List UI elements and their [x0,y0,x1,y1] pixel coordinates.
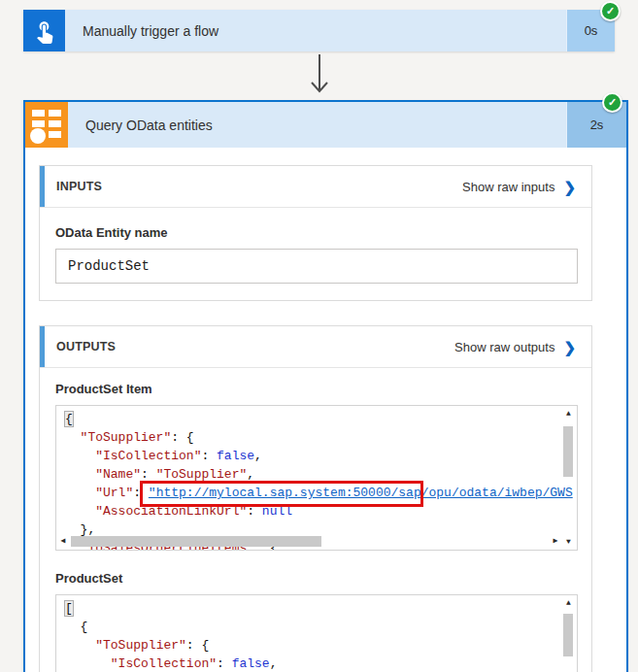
scroll-down-icon[interactable]: ▼ [561,535,576,549]
outputs-header: OUTPUTS Show raw outputs ❯ [40,326,591,368]
productset-item-label: ProductSet Item [55,382,576,396]
scroll-left-icon[interactable]: ◀ [57,534,69,548]
vertical-scrollbar[interactable]: ▲ ▼ [561,407,576,549]
scrollbar-thumb[interactable] [71,536,321,547]
success-check-icon: ✓ [602,92,622,113]
inputs-title: INPUTS [56,180,102,193]
show-raw-inputs-link[interactable]: Show raw inputs ❯ [462,180,576,194]
chevron-right-icon: ❯ [563,180,576,194]
chevron-right-icon: ❯ [563,340,576,354]
inputs-section: INPUTS Show raw inputs ❯ OData Entity na… [39,165,592,301]
outputs-section: OUTPUTS Show raw outputs ❯ ProductSet It… [39,325,592,672]
inputs-body: OData Entity name [40,208,591,300]
scroll-up-icon[interactable]: ▲ [561,596,576,610]
trigger-title: Manually trigger a flow [65,10,566,51]
code-lines: [ { "ToSupplier": { "IsCollection": fals… [56,595,577,672]
outputs-title: OUTPUTS [56,340,116,353]
odata-entity-name-label: OData Entity name [55,225,576,240]
productset-item-code-viewer[interactable]: { "ToSupplier": { "IsCollection": false,… [55,405,578,551]
vertical-scrollbar[interactable]: ▲ [561,596,576,672]
odata-connector-icon [25,102,68,148]
flow-run-canvas: Manually trigger a flow 0s ✓ Query OData… [0,0,638,672]
action-title: Query OData entities [68,102,566,148]
action-card: Query OData entities 2s ✓ INPUTS Show ra… [23,100,628,672]
odata-entity-name-field[interactable] [55,249,578,284]
horizontal-scrollbar[interactable]: ◀ ▶ [57,534,561,549]
section-accent-bar [40,166,45,207]
show-raw-outputs-link[interactable]: Show raw outputs ❯ [454,340,576,354]
scrollbar-thumb[interactable] [563,614,573,656]
outputs-body: ProductSet Item { "ToSupplier": { "IsCol… [40,368,591,672]
show-raw-inputs-label: Show raw inputs [462,180,554,194]
action-card-header[interactable]: Query OData entities 2s [25,102,626,148]
productset-label: ProductSet [55,571,576,586]
section-accent-bar [40,326,45,367]
trigger-card[interactable]: Manually trigger a flow 0s ✓ [23,10,615,51]
scroll-up-icon[interactable]: ▲ [561,407,576,420]
inputs-header: INPUTS Show raw inputs ❯ [40,166,591,208]
scroll-right-icon[interactable]: ▶ [550,534,561,548]
success-check-icon: ✓ [600,1,621,21]
scrollbar-thumb[interactable] [563,426,573,477]
show-raw-outputs-label: Show raw outputs [454,340,554,354]
connector-arrow [0,51,638,100]
productset-code-viewer[interactable]: [ { "ToSupplier": { "IsCollection": fals… [55,594,578,672]
action-body: INPUTS Show raw inputs ❯ OData Entity na… [25,148,626,672]
code-lines: { "ToSupplier": { "IsCollection": false,… [56,406,577,551]
manual-trigger-icon [23,10,65,51]
